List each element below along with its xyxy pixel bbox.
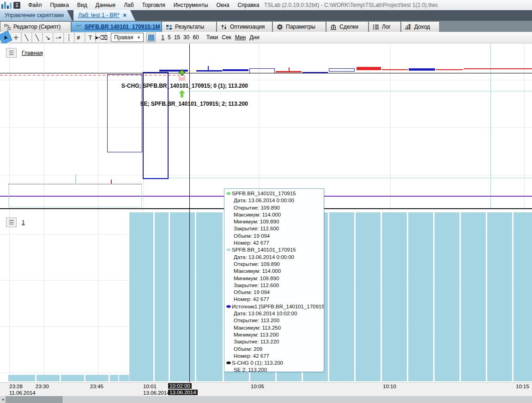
menu-item-Правка[interactable]: Правка (46, 0, 73, 10)
timeframe-1[interactable]: 1 (161, 34, 164, 41)
volume-bar-small (85, 375, 109, 381)
gridline-vertical (9, 43, 10, 382)
lab-tab[interactable]: Результаты (162, 21, 217, 32)
tooltip-line: Объем: 209 (234, 346, 324, 353)
timeframe-unit-Мин[interactable]: Мин (235, 34, 246, 41)
mini-candle (357, 67, 381, 70)
long-entry-arrow-marker[interactable] (179, 90, 185, 97)
ray-tool-button[interactable]: ╲ (32, 32, 42, 43)
menu-item-Данные[interactable]: Данные (91, 0, 120, 10)
lab-tab[interactable]: Лог (369, 21, 401, 32)
tooltip-line: SE 2; 113.200 (234, 367, 324, 373)
chart-color-swatch-button[interactable] (146, 33, 156, 42)
tooltip-line: Закрытие: 112.600 (234, 282, 324, 289)
import-data-icon[interactable]: ↧ (13, 2, 20, 9)
axis-side-dropdown-label: Правая (114, 34, 133, 41)
timeframe-unit-Дни[interactable]: Дни (249, 34, 259, 41)
volume-bar (196, 212, 223, 381)
scrollbar-left-arrow-icon[interactable]: ◂ (0, 396, 6, 403)
tooltip-line: Дата: 13.06.2014 10:02:00 (234, 310, 324, 317)
schg-annotation: S-CHG; SPFB.BR_140101_170915; 0 (1); 113… (106, 83, 248, 89)
lab-tab[interactable]: SPFB.BR 140101_170915:1M✕ (71, 21, 162, 32)
drawing-tools: ➤✛╲╲↘–•┆≢T➤⌫ (0, 32, 106, 43)
crosshair-time-label: 10:02:00 (168, 383, 192, 389)
time-tick-label: 10:10 (383, 384, 396, 389)
chart-toolbar: ➤✛╲╲↘–•┆≢T➤⌫ Правая ▼ 15153060 ТикиСекМи… (0, 32, 532, 43)
tooltip-line: SPFB.BR_140101_170915 (226, 190, 324, 197)
gridline-vertical (98, 43, 98, 382)
menu-item-Лаб[interactable]: Лаб (120, 0, 138, 10)
volume-bar (487, 212, 512, 381)
pane-menu-icon[interactable]: ☰ (6, 217, 17, 227)
menu-item-Файл[interactable]: Файл (24, 0, 46, 10)
workspace-tab[interactable]: Управление скриптами (0, 10, 72, 21)
lab-tab-label: Сделки (339, 24, 358, 30)
delete-drawing-tool-button[interactable]: ➤⌫ (96, 32, 106, 43)
timeframe-60[interactable]: 60 (193, 34, 199, 41)
price-line (143, 178, 532, 178)
tooltip-line: S-CHG 0 (1); 113.200 (226, 360, 324, 367)
mini-candle (208, 66, 209, 70)
volume-pane-selector: ☰ 1 (6, 217, 25, 227)
lab-tab[interactable]: Параметры (272, 21, 326, 32)
hollow-candle (8, 184, 142, 207)
volume-pane-label[interactable]: 1 (22, 219, 25, 226)
income-chart-icon (405, 24, 411, 30)
timeframe-unit-options: ТикиСекМинДни (206, 34, 260, 41)
timeframe-5[interactable]: 5 (168, 34, 171, 41)
tooltip-line: Открытие: 109.890 (234, 261, 324, 268)
menu-item-Торговля[interactable]: Торговля (138, 0, 169, 10)
mini-candle (382, 69, 408, 70)
timeframe-unit-Сек[interactable]: Сек (222, 34, 231, 41)
tooltip-line: Закрытие: 112.600 (234, 225, 324, 232)
price-pane-label[interactable]: Главная (22, 50, 43, 56)
lab-tab[interactable]: Редактор (Скрипт) (0, 21, 71, 32)
timeframe-15[interactable]: 15 (174, 34, 180, 41)
bank-icon (330, 24, 337, 30)
volume-bar (170, 212, 195, 381)
menu-item-Инструменты[interactable]: Инструменты (169, 0, 212, 10)
gridline-horizontal (0, 127, 532, 128)
timeframe-30[interactable]: 30 (183, 34, 189, 41)
tooltip-line: Номер: 42 677 (234, 240, 324, 247)
tooltip-line: Минимум: 109.890 (234, 275, 324, 282)
volume-bar (435, 212, 459, 381)
lab-tab[interactable]: Оптимизация (217, 21, 272, 32)
scrollbar-thumb[interactable] (63, 396, 532, 403)
tooltip-line: Максимум: 114.000 (234, 211, 324, 218)
close-icon[interactable]: ✕ (123, 12, 127, 18)
mini-candle (409, 68, 435, 71)
fibo-lines-tool-button[interactable]: ≢ (74, 32, 85, 43)
tooltip-line: Номер: 42 677 (234, 353, 324, 360)
se-annotation: SE; SPFB.BR_140101_170915; 2; 113.200 (106, 101, 248, 107)
menu-item-Вид[interactable]: Вид (73, 0, 91, 10)
volume-bar-small (119, 375, 129, 381)
window-title: TSLab (2.0.19.0:32bit) - C:\WORK\Temp\TS… (222, 0, 480, 10)
lab-tab[interactable]: Доход (401, 21, 440, 32)
lab-tab-label: Редактор (Скрипт) (13, 24, 60, 30)
candle-chart-icon (75, 24, 82, 30)
tooltip-line: Дата: 13.06.2014 0:00:00 (234, 197, 324, 204)
tooltip-line: Открытие: 113.200 (234, 317, 324, 324)
axis-side-dropdown[interactable]: Правая ▼ (111, 33, 144, 42)
lab-tab-bar: Редактор (Скрипт)SPFB.BR 140101_170915:1… (0, 21, 532, 32)
workspace-tab[interactable]: Лаб: test 1 - BR*✕ (73, 10, 135, 21)
vertical-line-tool-button[interactable]: ┆ (64, 32, 74, 43)
lab-tab[interactable]: Сделки (326, 21, 369, 32)
position-flag-marker[interactable] (179, 76, 185, 81)
time-tick-label: 23:30 (36, 384, 49, 389)
crosshair-tool-button[interactable]: ✛ (11, 32, 21, 43)
color-swatch-icon (148, 35, 154, 41)
trendline-tool-button[interactable]: ╲ (21, 32, 32, 43)
volume-bar-small (36, 375, 60, 381)
horizontal-scrollbar[interactable]: ◂ (0, 396, 532, 403)
volume-bar-small (61, 375, 84, 381)
mini-candle (276, 71, 302, 72)
pane-menu-icon[interactable]: ☰ (6, 48, 17, 58)
workspace-tab-bar: Управление скриптамиЛаб: test 1 - BR*✕ (0, 10, 532, 21)
log-list-icon (373, 24, 379, 30)
timeframe-unit-Тики[interactable]: Тики (206, 34, 218, 41)
horizontal-line-tool-button[interactable]: –• (53, 32, 64, 43)
mini-candle (436, 69, 463, 70)
arrow-line-tool-button[interactable]: ↘ (42, 32, 53, 43)
